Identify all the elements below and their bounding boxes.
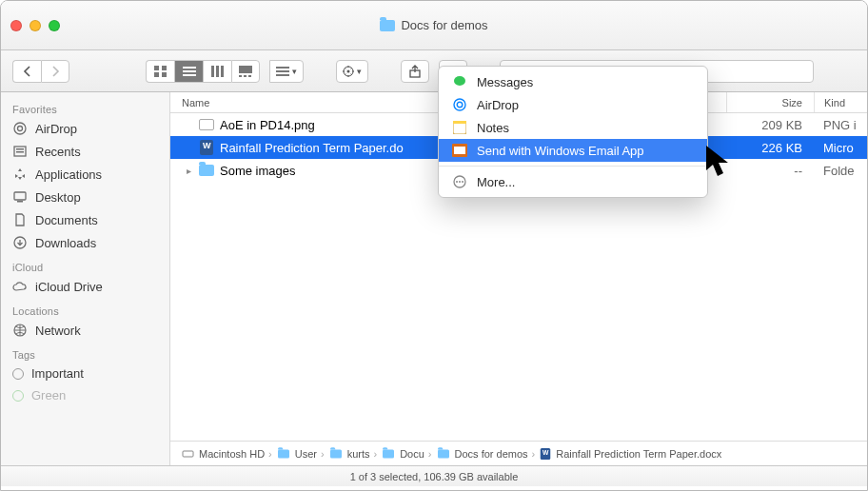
- svg-rect-26: [16, 151, 24, 153]
- path-bar: Macintosh HD› User› kurts› Docu› Docs fo…: [170, 441, 867, 465]
- menu-item-airdrop[interactable]: AirDrop: [439, 93, 707, 116]
- svg-point-33: [454, 99, 465, 110]
- view-group: [146, 60, 260, 83]
- disclosure-icon[interactable]: ▸: [184, 166, 193, 176]
- back-button[interactable]: [12, 60, 41, 83]
- sidebar-item-downloads[interactable]: Downloads: [1, 231, 169, 254]
- svg-point-32: [454, 76, 465, 86]
- svg-rect-3: [162, 72, 167, 77]
- path-segment[interactable]: Docs for demos: [455, 448, 528, 460]
- sidebar-item-recents[interactable]: Recents: [1, 140, 169, 163]
- window-controls: [10, 20, 60, 31]
- path-segment[interactable]: User: [295, 448, 317, 460]
- docx-file-icon: [199, 140, 214, 155]
- status-text: 1 of 3 selected, 106.39 GB available: [350, 471, 519, 482]
- svg-rect-9: [221, 66, 224, 77]
- window-title: Docs for demos: [1, 18, 867, 32]
- forward-button[interactable]: [41, 60, 69, 83]
- share-menu: Messages AirDrop Notes Send with Windows…: [438, 66, 708, 198]
- svg-rect-12: [244, 75, 247, 77]
- downloads-icon: [12, 235, 28, 250]
- svg-rect-36: [453, 121, 466, 124]
- svg-rect-6: [183, 74, 196, 76]
- sidebar-item-desktop[interactable]: Desktop: [1, 186, 169, 208]
- sidebar-section-locations: Locations: [1, 298, 169, 319]
- svg-rect-5: [183, 70, 196, 72]
- col-kind[interactable]: Kind: [814, 92, 867, 112]
- menu-item-windows-email[interactable]: Send with Windows Email App: [439, 139, 707, 162]
- folder-icon: [380, 20, 395, 31]
- sidebar-item-tag-green[interactable]: Green: [1, 384, 169, 406]
- sidebar-item-documents[interactable]: Documents: [1, 208, 169, 231]
- path-segment[interactable]: Macintosh HD: [199, 448, 265, 460]
- svg-rect-11: [239, 75, 242, 77]
- sidebar-item-network[interactable]: Network: [1, 319, 169, 342]
- sidebar-section-tags: Tags: [1, 342, 169, 363]
- svg-rect-15: [276, 70, 289, 72]
- airdrop-icon: [452, 97, 467, 112]
- sidebar-section-icloud: iCloud: [1, 254, 169, 275]
- path-segment[interactable]: Rainfall Prediction Term Paper.docx: [556, 448, 721, 460]
- gallery-view-button[interactable]: [231, 60, 260, 83]
- recents-icon: [12, 144, 28, 159]
- icloud-icon: [12, 279, 28, 294]
- menu-item-more[interactable]: More...: [439, 170, 707, 193]
- menu-item-messages[interactable]: Messages: [439, 70, 707, 93]
- winmail-icon: [452, 143, 467, 158]
- svg-point-40: [456, 181, 458, 183]
- menu-separator: [439, 166, 707, 167]
- group-button[interactable]: ▾: [269, 60, 304, 83]
- sidebar-item-icloud[interactable]: iCloud Drive: [1, 275, 169, 298]
- airdrop-icon: [12, 121, 28, 136]
- maximize-button[interactable]: [49, 20, 60, 31]
- icon-view-button[interactable]: [146, 60, 174, 83]
- more-icon: [452, 174, 467, 189]
- svg-rect-38: [454, 147, 465, 154]
- svg-rect-2: [154, 72, 159, 77]
- menu-item-notes[interactable]: Notes: [439, 116, 707, 139]
- messages-icon: [452, 74, 467, 89]
- share-button[interactable]: [401, 60, 429, 83]
- svg-point-34: [457, 102, 463, 108]
- svg-rect-10: [239, 66, 252, 73]
- folder-icon: [383, 449, 394, 458]
- toolbar: ▾ ▾ Search: [1, 50, 867, 92]
- col-size[interactable]: Size: [726, 92, 814, 112]
- status-bar: 1 of 3 selected, 106.39 GB available: [1, 465, 867, 486]
- column-view-button[interactable]: [203, 60, 231, 83]
- network-icon: [12, 323, 28, 338]
- sidebar-item-applications[interactable]: Applications: [1, 163, 169, 186]
- sidebar-item-tag-important[interactable]: Important: [1, 363, 169, 384]
- tag-icon: [12, 368, 24, 380]
- svg-rect-4: [183, 67, 196, 69]
- svg-rect-0: [154, 66, 159, 70]
- list-view-button[interactable]: [174, 60, 203, 83]
- svg-rect-1: [162, 66, 167, 70]
- apps-icon: [12, 167, 28, 182]
- svg-rect-13: [248, 75, 251, 77]
- desktop-icon: [12, 189, 28, 205]
- svg-rect-7: [211, 66, 214, 77]
- close-button[interactable]: [10, 20, 22, 31]
- group-by: ▾: [269, 60, 304, 83]
- svg-rect-16: [276, 74, 289, 76]
- svg-point-42: [462, 181, 464, 183]
- svg-rect-14: [276, 67, 289, 69]
- sidebar-item-airdrop[interactable]: AirDrop: [1, 117, 169, 140]
- tag-icon: [12, 390, 24, 402]
- documents-icon: [12, 212, 28, 227]
- path-segment[interactable]: Docu: [400, 448, 424, 460]
- disk-icon: [180, 446, 195, 462]
- minimize-button[interactable]: [30, 20, 41, 31]
- nav-group: [12, 60, 69, 83]
- notes-icon: [452, 120, 467, 135]
- action-button[interactable]: ▾: [336, 60, 368, 83]
- svg-point-41: [459, 181, 461, 183]
- folder-icon: [199, 163, 214, 178]
- svg-point-23: [18, 127, 23, 131]
- path-segment[interactable]: kurts: [347, 448, 370, 460]
- image-file-icon: [199, 117, 214, 132]
- sidebar-section-favorites: Favorites: [1, 96, 169, 117]
- titlebar: Docs for demos: [1, 1, 867, 50]
- svg-point-22: [14, 123, 26, 134]
